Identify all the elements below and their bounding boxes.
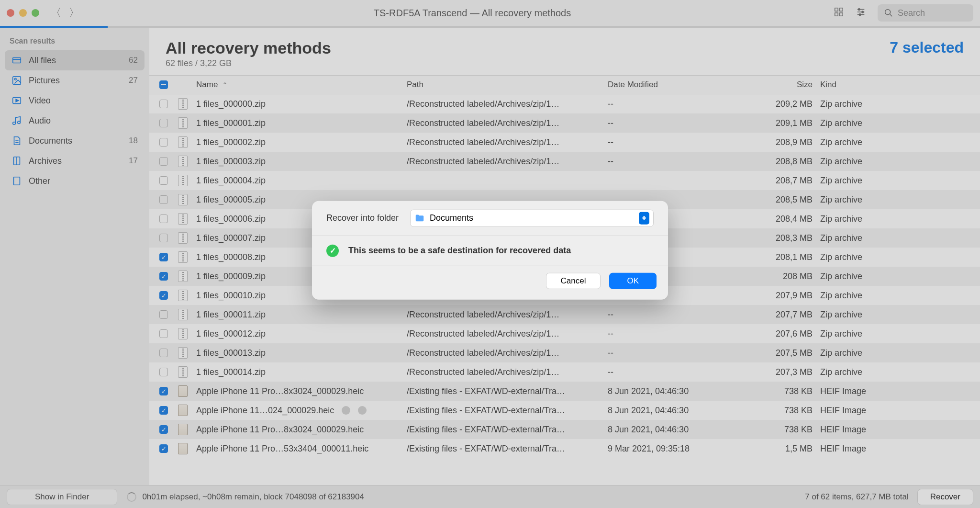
cancel-button[interactable]: Cancel — [546, 272, 601, 289]
check-icon: ✓ — [326, 244, 339, 257]
stepper-icon — [639, 212, 649, 224]
safe-destination-text: This seems to be a safe destination for … — [348, 246, 571, 256]
folder-icon — [414, 213, 425, 223]
folder-select[interactable]: Documents — [410, 209, 654, 226]
folder-name: Documents — [430, 213, 473, 223]
recover-dialog: Recover into folder Documents ✓ This see… — [312, 201, 668, 299]
recover-into-label: Recover into folder — [326, 213, 399, 223]
ok-button[interactable]: OK — [609, 272, 657, 289]
